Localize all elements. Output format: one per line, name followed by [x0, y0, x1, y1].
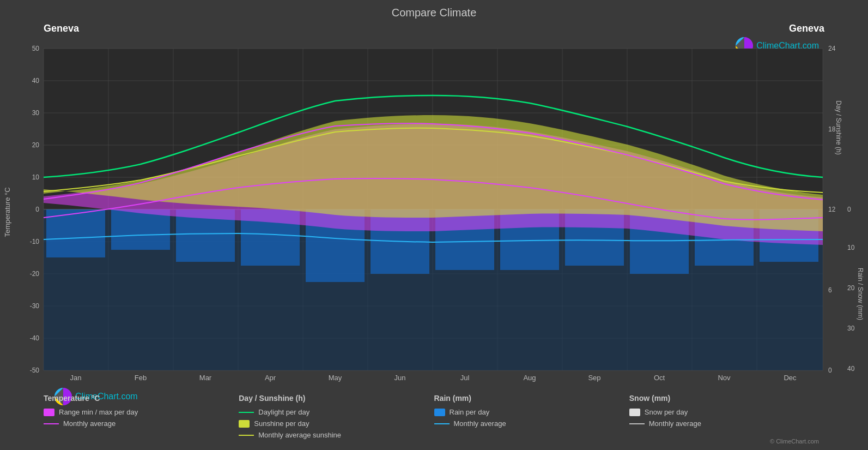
legend-swatch-sunshine	[239, 420, 250, 428]
legend-item-snow: Snow per day	[629, 408, 824, 416]
y-label-neg10: -10	[30, 238, 40, 245]
page-container: Compare Climate Geneva Geneva ClimeChart…	[0, 0, 868, 450]
y-label-30: 30	[32, 109, 40, 117]
legend-item-snow-avg: Monthly average	[629, 419, 824, 428]
legend-group-snow: Snow (mm) Snow per day Monthly average	[629, 394, 824, 439]
legend-label-temp-range: Range min / max per day	[59, 408, 138, 416]
legend-group-temperature: Temperature °C Range min / max per day M…	[44, 394, 239, 439]
axis-title-temp: Temperature °C	[3, 187, 11, 237]
legend-item-rain: Rain per day	[434, 408, 629, 416]
legend-title-rain: Rain (mm)	[434, 394, 629, 403]
x-label-jan: Jan	[70, 374, 82, 382]
legend-line-snow-avg	[629, 423, 645, 424]
x-label-sep: Sep	[588, 374, 600, 382]
legend-label-sunshine: Sunshine per day	[254, 419, 309, 428]
y-right-12: 12	[828, 206, 836, 213]
city-label-right: Geneva	[789, 23, 824, 34]
y-rain-10: 10	[847, 244, 855, 251]
x-label-apr: Apr	[265, 374, 276, 382]
y-rain-30: 30	[847, 325, 855, 332]
legend-item-daylight: Daylight per day	[239, 408, 434, 416]
x-label-jul: Jul	[460, 374, 470, 382]
legend-item-temp-avg: Monthly average	[44, 419, 239, 428]
legend-item-sunshine-avg: Monthly average sunshine	[239, 431, 434, 439]
x-label-jun: Jun	[394, 374, 406, 382]
legend-label-temp-avg: Monthly average	[63, 419, 116, 428]
y-right-6: 6	[828, 286, 832, 294]
legend-item-rain-avg: Monthly average	[434, 419, 629, 428]
axis-title-rain: Rain / Snow (mm)	[857, 268, 864, 320]
legend-label-rain-avg: Monthly average	[454, 419, 506, 428]
legend-item-sunshine: Sunshine per day	[239, 419, 434, 428]
legend-label-sunshine-avg: Monthly average sunshine	[258, 431, 341, 439]
legend-title-temp: Temperature °C	[44, 394, 239, 403]
legend-swatch-temp-range	[44, 409, 54, 416]
legend-area: Temperature °C Range min / max per day M…	[0, 386, 868, 439]
legend-label-daylight: Daylight per day	[258, 408, 309, 416]
x-label-dec: Dec	[784, 374, 797, 382]
legend-title-sunshine: Day / Sunshine (h)	[239, 394, 434, 403]
y-right-18: 18	[828, 125, 836, 133]
legend-group-rain: Rain (mm) Rain per day Monthly average	[434, 394, 629, 439]
y-right-24: 24	[828, 45, 836, 52]
legend-swatch-rain	[434, 409, 445, 416]
legend-line-temp-avg	[44, 423, 59, 424]
legend-line-daylight	[239, 412, 254, 413]
y-right-0: 0	[828, 367, 832, 374]
svg-rect-27	[111, 209, 170, 250]
y-label-40: 40	[32, 77, 40, 85]
y-label-0: 0	[35, 206, 39, 213]
x-label-may: May	[329, 374, 342, 382]
y-rain-0: 0	[847, 206, 851, 213]
legend-swatch-snow	[629, 409, 640, 416]
y-label-50: 50	[32, 45, 40, 52]
legend-title-snow: Snow (mm)	[629, 394, 824, 403]
legend-group-sunshine: Day / Sunshine (h) Daylight per day Suns…	[239, 394, 434, 439]
legend-item-temp-range: Range min / max per day	[44, 408, 239, 416]
y-rain-40: 40	[847, 365, 855, 373]
copyright-text: © ClimeChart.com	[770, 438, 819, 445]
legend-label-rain: Rain per day	[450, 408, 490, 416]
x-label-nov: Nov	[718, 374, 731, 382]
axis-title-sunshine: Day / Sunshine (h)	[835, 100, 842, 154]
legend-label-snow: Snow per day	[645, 408, 688, 416]
city-label-left: Geneva	[44, 23, 79, 34]
x-label-aug: Aug	[523, 374, 536, 382]
legend-line-sunshine-avg	[239, 435, 254, 436]
legend-line-rain-avg	[434, 423, 450, 424]
legend-label-snow-avg: Monthly average	[649, 419, 701, 428]
x-label-oct: Oct	[654, 374, 665, 382]
x-label-mar: Mar	[199, 374, 212, 382]
chart-title: Compare Climate	[0, 0, 868, 21]
y-label-10: 10	[32, 173, 40, 181]
y-rain-20: 20	[847, 284, 855, 292]
y-label-neg50: -50	[30, 367, 40, 374]
y-label-20: 20	[32, 141, 40, 149]
y-label-neg30: -30	[30, 302, 40, 310]
y-label-neg20: -20	[30, 270, 40, 278]
y-label-neg40: -40	[30, 334, 40, 342]
x-label-feb: Feb	[135, 374, 147, 382]
main-chart-svg: 50 40 30 20 10 0 -10 -20 -30 -40 -50 24 …	[0, 43, 868, 387]
